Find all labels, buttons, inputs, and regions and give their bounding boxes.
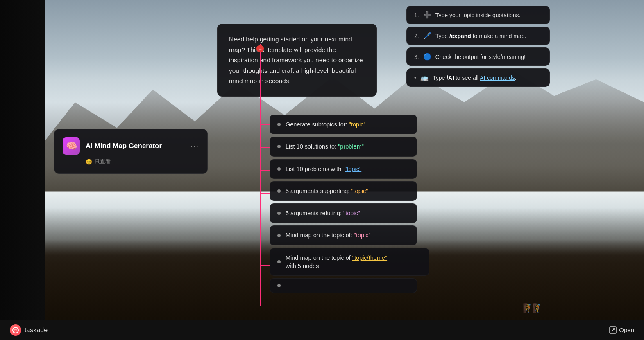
- topic-highlight-3: "topic": [345, 166, 361, 172]
- project-subtitle: 😊 只查看: [63, 158, 199, 165]
- node-bullet-6: [277, 234, 281, 237]
- hikers-decoration: 🧗🧗: [523, 303, 542, 314]
- app-frame: 1. ➕ Type your topic inside quotations. …: [0, 0, 644, 340]
- instruction-item-2: 2. 🖊️ Type /expand to make a mind map.: [406, 27, 550, 45]
- topic-highlight-2: "problem": [338, 143, 364, 150]
- topic-highlight-4: "topic": [351, 188, 368, 194]
- node-bullet-8: [277, 284, 281, 287]
- node-text-1: Generate subtopics for: "topic": [286, 120, 366, 128]
- project-menu-button[interactable]: ···: [190, 142, 199, 151]
- node-bullet-4: [277, 189, 281, 193]
- pencil-icon: 🖊️: [423, 32, 431, 40]
- connector-line-3: [260, 170, 270, 171]
- node-bullet-2: [277, 145, 281, 148]
- node-card-6[interactable]: Mind map on the topic of: "topic": [270, 225, 417, 245]
- instruction-text-4: Type /AI to see all AI commands.: [433, 74, 517, 81]
- taskade-logo: [10, 324, 21, 336]
- tooltip-box: Need help getting started on your next m…: [217, 24, 377, 97]
- node-text-4: 5 arguments supporting: "topic": [286, 187, 368, 195]
- node-text-2: List 10 solutions to: "problem": [286, 142, 364, 151]
- topic-highlight-1: "topic": [349, 121, 366, 128]
- instructions-panel: 1. ➕ Type your topic inside quotations. …: [406, 6, 550, 87]
- connector-line-1: [260, 124, 270, 125]
- topic-highlight-6: "topic": [354, 232, 371, 239]
- collapse-button[interactable]: −: [256, 45, 264, 52]
- node-bullet-7: [277, 260, 281, 263]
- instruction-num-3: 3.: [414, 54, 419, 60]
- topic-highlight-5: "topic": [343, 210, 360, 216]
- main-content: 1. ➕ Type your topic inside quotations. …: [45, 0, 644, 320]
- node-card-5[interactable]: 5 arguments refuting: "topic": [270, 203, 417, 223]
- open-button[interactable]: Open: [609, 326, 634, 334]
- connector-line-4: [260, 193, 270, 194]
- node-card-7[interactable]: Mind map on the topic of "topic/theme"wi…: [270, 248, 429, 276]
- instruction-text-1: Type your topic inside quotations.: [435, 12, 521, 18]
- tooltip-text: Need help getting started on your next m…: [229, 34, 365, 86]
- node-bullet-1: [277, 123, 281, 126]
- project-subtitle-text: 只查看: [95, 158, 111, 165]
- instruction-num-4: •: [414, 74, 416, 81]
- taskade-name: taskade: [25, 326, 48, 334]
- ai-commands-link[interactable]: AI commands: [480, 74, 515, 81]
- project-subtitle-emoji: 😊: [86, 159, 92, 165]
- instruction-item-4: • 🚌 Type /AI to see all AI commands.: [406, 68, 550, 87]
- project-title: AI Mind Map Generator: [86, 142, 185, 150]
- project-avatar: 🧠: [63, 137, 80, 155]
- open-button-label: Open: [619, 326, 634, 333]
- plus-icon: ➕: [423, 11, 431, 19]
- project-card: 🧠 AI Mind Map Generator ··· 😊 只查看: [54, 129, 208, 174]
- bus-icon: 🚌: [420, 74, 429, 81]
- instruction-item-1: 1. ➕ Type your topic inside quotations.: [406, 6, 550, 24]
- node-text-6: Mind map on the topic of: "topic": [286, 231, 371, 239]
- instruction-num-2: 2.: [414, 33, 419, 39]
- nodes-container: Generate subtopics for: "topic" List 10 …: [270, 115, 417, 293]
- node-card-2[interactable]: List 10 solutions to: "problem": [270, 137, 417, 156]
- left-sidebar: [0, 0, 45, 340]
- node-card-3[interactable]: List 10 problems with: "topic": [270, 159, 417, 179]
- node-text-3: List 10 problems with: "topic": [286, 165, 361, 173]
- node-text-7: Mind map on the topic of "topic/theme"wi…: [286, 254, 387, 270]
- node-card-8[interactable]: [270, 278, 417, 293]
- connector-line-2: [260, 147, 270, 148]
- topic-highlight-7: "topic/theme": [352, 254, 387, 261]
- node-card-1[interactable]: Generate subtopics for: "topic": [270, 115, 417, 134]
- svg-point-0: [13, 327, 18, 333]
- blue-circle-icon: 🔵: [423, 53, 431, 61]
- node-card-4[interactable]: 5 arguments supporting: "topic": [270, 181, 417, 201]
- bottom-bar-brand: taskade: [10, 324, 48, 336]
- instruction-text-3: Check the output for style/meaning!: [435, 54, 526, 60]
- connector-line-6: [260, 239, 270, 239]
- instruction-item-3: 3. 🔵 Check the output for style/meaning!: [406, 47, 550, 66]
- instruction-num-1: 1.: [414, 12, 419, 18]
- ai-cmd: /AI: [447, 74, 454, 81]
- connector-line-5: [260, 216, 270, 216]
- node-bullet-3: [277, 167, 281, 171]
- connector-line-7: [260, 265, 270, 266]
- node-text-5: 5 arguments refuting: "topic": [286, 209, 360, 217]
- expand-cmd: /expand: [449, 33, 471, 39]
- vertical-connector-line: [260, 44, 261, 306]
- node-bullet-5: [277, 212, 281, 215]
- project-card-header: 🧠 AI Mind Map Generator ···: [63, 137, 199, 155]
- bottom-bar: taskade Open: [0, 320, 644, 340]
- instruction-text-2: Type /expand to make a mind map.: [435, 33, 526, 39]
